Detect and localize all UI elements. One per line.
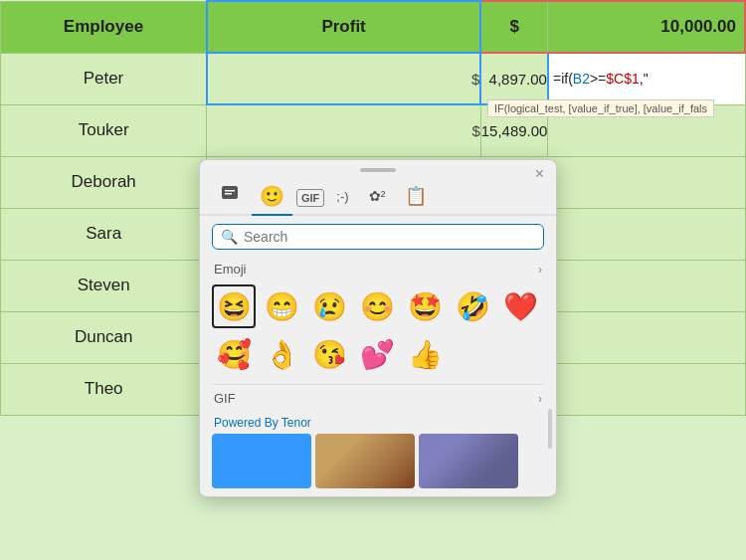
emoji-item-10[interactable]: 💕 [355, 332, 399, 376]
tab-stickers[interactable]: 📋 [397, 181, 435, 215]
emoji-item-8[interactable]: 👌 [260, 332, 303, 376]
svg-rect-1 [225, 190, 235, 192]
svg-rect-0 [222, 186, 238, 199]
cell-amount[interactable]: 4,897.00 [480, 53, 548, 104]
emoji-item-11[interactable]: 👍 [403, 332, 447, 376]
header-profit[interactable]: Profit [207, 1, 480, 53]
emoji-item-0[interactable]: 😆 [212, 284, 256, 328]
emoji-face-icon: 🙂 [260, 185, 284, 207]
cell-name[interactable]: Sara [1, 208, 207, 260]
gif-label: GIF [214, 391, 236, 406]
gif-thumb-2[interactable] [419, 434, 518, 488]
emoji-item-1[interactable]: 😁 [260, 284, 303, 328]
formula-tooltip: IF(logical_test, [value_if_true], [value… [487, 99, 714, 117]
cell-name[interactable]: Steven [1, 260, 207, 311]
cell-dollar[interactable]: $ [207, 53, 480, 104]
emoji-item-2[interactable]: 😢 [307, 284, 351, 328]
tab-emoji[interactable]: 🙂 [252, 180, 292, 216]
cell-name[interactable]: Duncan [1, 311, 207, 363]
search-icon: 🔍 [221, 229, 238, 245]
gif-section-chevron[interactable]: › [538, 392, 542, 406]
header-dollar[interactable]: $ [480, 1, 548, 53]
cell-name[interactable]: Deborah [1, 156, 207, 208]
emoji-item-7[interactable]: 🥰 [212, 332, 256, 376]
svg-rect-3 [233, 198, 238, 199]
search-bar: 🔍 [212, 224, 544, 250]
tab-emoticon[interactable]: ;-) [328, 185, 356, 212]
emoji-popup: × 🙂 GIF ;-) ✿² 📋 [199, 159, 557, 497]
emoji-item-6[interactable]: ❤️ [498, 284, 542, 328]
cell-formula[interactable]: =if(B2>=$C$1," [548, 53, 745, 104]
emoji-item-9[interactable]: 😘 [307, 332, 351, 376]
gif-icon: GIF [301, 192, 319, 204]
gif-section: GIF › [200, 389, 556, 414]
emoticon-icon: ;-) [336, 189, 348, 204]
tab-symbols[interactable]: ✿² [361, 184, 394, 212]
gif-thumb-1[interactable] [315, 434, 415, 488]
gif-thumb-0[interactable] [212, 434, 311, 488]
tab-recent[interactable] [212, 180, 248, 216]
emoji-item-4[interactable]: 🤩 [403, 284, 447, 328]
table-row: Peter $ 4,897.00 =if(B2>=$C$1," [1, 53, 746, 104]
cell-name[interactable]: Touker [1, 104, 207, 156]
symbols-icon: ✿² [369, 188, 386, 204]
close-button[interactable]: × [535, 166, 544, 182]
gif-thumbnails [200, 434, 556, 488]
search-input[interactable] [244, 229, 535, 245]
svg-rect-2 [225, 193, 232, 195]
section-divider [212, 384, 544, 385]
cell-dollar[interactable]: $ [207, 104, 480, 156]
section-header-emoji: Emoji › [200, 258, 556, 280]
popup-handle: × [200, 160, 556, 176]
emoji-grid: 😆 😁 😢 😊 🤩 🤣 ❤️ 🥰 👌 😘 💕 👍 [200, 280, 556, 380]
powered-by-tenor[interactable]: Powered By Tenor [200, 414, 556, 434]
emoji-tabs: 🙂 GIF ;-) ✿² 📋 [200, 176, 556, 216]
section-emoji-label: Emoji [214, 262, 247, 277]
emoji-section-chevron[interactable]: › [538, 263, 542, 277]
header-employee[interactable]: Employee [1, 1, 207, 53]
scroll-indicator [548, 409, 552, 449]
emoji-item-5[interactable]: 🤣 [451, 284, 494, 328]
stickers-icon: 📋 [405, 186, 427, 206]
emoji-item-3[interactable]: 😊 [355, 284, 399, 328]
gif-header: GIF › [214, 391, 542, 406]
tab-gif[interactable]: GIF [296, 189, 324, 207]
header-value[interactable]: 10,000.00 [548, 1, 745, 53]
cell-name[interactable]: Peter [1, 53, 207, 104]
recent-icon [220, 184, 240, 204]
drag-handle [360, 168, 396, 172]
cell-name[interactable]: Theo [1, 363, 207, 415]
